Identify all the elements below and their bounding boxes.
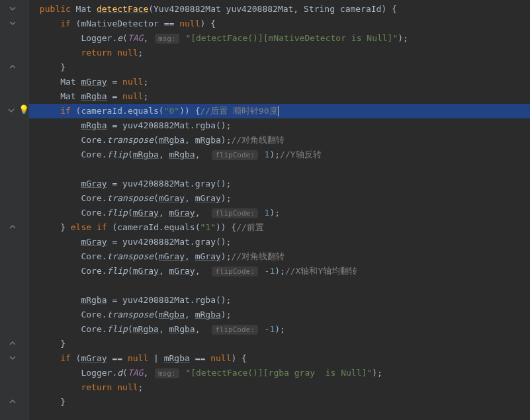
fold-close-icon[interactable] [9, 222, 16, 229]
code-line[interactable]: } [29, 60, 530, 75]
param-hint: flipCode: [212, 150, 258, 160]
fold-close-icon[interactable] [9, 62, 16, 69]
param-hint: msg: [155, 34, 179, 44]
code-line[interactable]: Mat mGray = null; [29, 75, 530, 89]
text-caret [278, 106, 279, 116]
param-hint: flipCode: [212, 325, 258, 335]
code-line[interactable]: } [29, 337, 530, 351]
code-line[interactable]: if (mGray == null | mRgba == null) { [29, 351, 530, 366]
fold-open-icon[interactable] [9, 353, 16, 360]
code-editor[interactable]: 💡 public Mat detectFace(Yuv4208882Mat yu… [0, 0, 530, 420]
code-line[interactable]: } else if (cameraId.equals("1")) {//前置 [29, 220, 530, 235]
code-line[interactable] [29, 162, 530, 177]
code-line[interactable]: public Mat detectFace(Yuv4208882Mat yuv4… [29, 2, 530, 17]
code-line[interactable]: if (mNativeDetector == null) { [29, 17, 530, 31]
code-line[interactable]: mRgba = yuv4208882Mat.rgba(); [29, 293, 530, 308]
code-area[interactable]: public Mat detectFace(Yuv4208882Mat yuv4… [29, 0, 530, 420]
code-line[interactable]: Core.flip(mGray, mGray, flipCode: 1); [29, 206, 530, 220]
code-line[interactable]: return null; [29, 380, 530, 395]
code-line[interactable]: mGray = yuv4208882Mat.gray(); [29, 177, 530, 191]
fold-close-icon[interactable] [9, 339, 16, 345]
code-line[interactable]: Core.transpose(mGray, mGray);//对角线翻转 [29, 249, 530, 264]
gutter: 💡 [0, 0, 29, 420]
fold-open-icon[interactable] [9, 19, 16, 25]
code-line[interactable]: Core.flip(mRgba, mRgba, flipCode: 1);//Y… [29, 147, 530, 162]
code-line[interactable]: Core.flip(mGray, mGray, flipCode: -1);//… [29, 264, 530, 278]
fold-open-icon[interactable] [8, 106, 15, 112]
code-line[interactable]: mGray = yuv4208882Mat.gray(); [29, 235, 530, 249]
code-line[interactable]: Core.transpose(mRgba, mRgba); [29, 308, 530, 322]
code-line[interactable]: Logger.d(TAG, msg: "[detectFace()][rgba … [29, 366, 530, 380]
code-line[interactable]: return null; [29, 46, 530, 60]
code-line[interactable]: Core.transpose(mGray, mGray); [29, 191, 530, 206]
intention-bulb-icon[interactable]: 💡 [19, 105, 29, 114]
code-line[interactable]: mRgba = yuv4208882Mat.rgba(); [29, 118, 530, 133]
code-line-active[interactable]: if (cameraId.equals("0")) {//后置 顺时针90度 [29, 104, 530, 118]
code-line[interactable] [29, 278, 530, 293]
code-line[interactable]: Logger.e(TAG, msg: "[detectFace()][mNati… [29, 31, 530, 46]
param-hint: flipCode: [212, 267, 258, 276]
code-line[interactable]: Core.flip(mRgba, mRgba, flipCode: -1); [29, 322, 530, 337]
param-hint: msg: [155, 368, 179, 378]
code-line[interactable]: } [29, 395, 530, 409]
fold-open-icon[interactable] [9, 4, 16, 11]
param-hint: flipCode: [212, 208, 258, 218]
code-line[interactable]: Mat mRgba = null; [29, 89, 530, 104]
fold-close-icon[interactable] [9, 397, 16, 403]
code-line[interactable]: Core.transpose(mRgba, mRgba);//对角线翻转 [29, 133, 530, 147]
